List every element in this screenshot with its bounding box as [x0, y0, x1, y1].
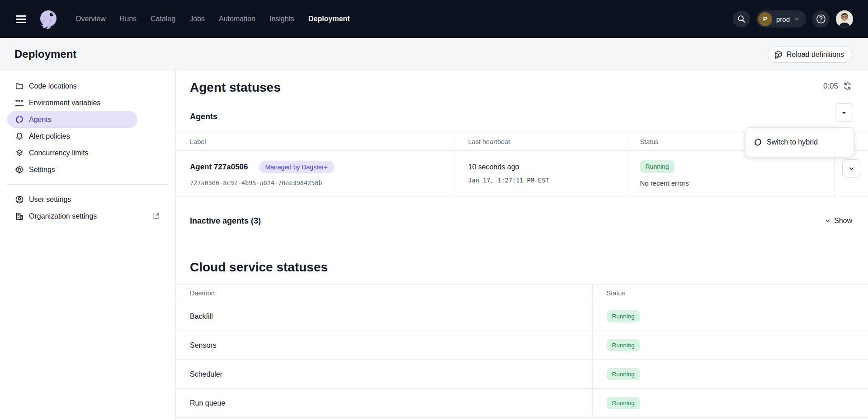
sidebar-item-label: User settings	[29, 196, 71, 204]
daemon-row: Run queue Running	[176, 389, 868, 418]
layers-icon	[15, 149, 24, 158]
daemon-status-badge: Running	[607, 397, 640, 409]
nav-item-deployment[interactable]: Deployment	[308, 15, 350, 23]
gear-icon	[15, 165, 24, 174]
menu-item-switch-to-hybrid[interactable]: Switch to hybrid	[767, 138, 818, 146]
managed-by-badge: Managed by Dagster+	[259, 161, 334, 173]
top-nav: Overview Runs Catalog Jobs Automation In…	[0, 0, 868, 38]
agent-id: 727a0506-8c97-4b95-a024-70ee3984258b	[190, 179, 454, 187]
sidebar-item-label: Organization settings	[29, 212, 97, 220]
chevron-down-icon	[848, 165, 855, 172]
refresh-countdown: 0:05	[823, 81, 852, 91]
agents-col-label: Label	[176, 133, 454, 151]
deployment-sidebar: Code locations *** Environment variables…	[0, 70, 176, 420]
building-icon	[15, 212, 24, 221]
agent-row-menu-button[interactable]	[842, 159, 860, 177]
sidebar-item-label: Concurrency limits	[29, 149, 89, 157]
agents-dropdown-menu: Switch to hybrid	[745, 128, 854, 157]
daemon-row: Sensors Running	[176, 331, 868, 360]
env-vars-icon: ***	[15, 98, 24, 107]
nav-item-jobs[interactable]: Jobs	[189, 15, 205, 23]
caret-down-icon	[841, 110, 847, 116]
heartbeat-relative: 10 seconds ago	[468, 163, 626, 171]
user-avatar[interactable]	[836, 10, 853, 28]
nav-item-runs[interactable]: Runs	[120, 15, 137, 23]
main-content: Agent statuses 0:05 Agents Label Last he…	[176, 70, 868, 420]
cloud-service-statuses-heading: Cloud service statuses	[190, 260, 328, 275]
daemon-status-badge: Running	[607, 339, 640, 351]
agent-status-note: No recent errors	[640, 179, 834, 187]
folder-icon	[15, 82, 24, 91]
reload-package-icon	[774, 50, 783, 59]
sidebar-item-label: Settings	[29, 166, 55, 174]
dagster-logo[interactable]	[38, 9, 58, 29]
search-button[interactable]	[733, 10, 750, 28]
sidebar-item-label: Environment variables	[29, 99, 100, 107]
agent-name: Agent 727a0506	[190, 163, 248, 172]
sidebar-item-code-locations[interactable]: Code locations	[7, 78, 168, 94]
nav-item-automation[interactable]: Automation	[219, 15, 255, 23]
daemon-name: Scheduler	[176, 360, 592, 389]
nav-item-catalog[interactable]: Catalog	[151, 15, 175, 23]
inactive-agents-show-toggle[interactable]: Show	[825, 217, 852, 225]
agents-col-last-heartbeat: Last heartbeat	[454, 133, 626, 151]
sidebar-divider	[7, 184, 168, 185]
primary-nav: Overview Runs Catalog Jobs Automation In…	[75, 15, 350, 23]
environment-avatar: P	[758, 12, 772, 26]
sidebar-item-alert-policies[interactable]: Alert policies	[7, 128, 168, 145]
inactive-agents-heading: Inactive agents (3)	[190, 216, 261, 226]
agents-actions-dropdown-button[interactable]	[835, 103, 853, 122]
refresh-icon[interactable]	[843, 81, 852, 91]
refresh-countdown-value: 0:05	[823, 82, 838, 91]
agent-row: Agent 727a0506 Managed by Dagster+ 727a0…	[176, 151, 868, 196]
sidebar-item-agents[interactable]: Agents	[7, 111, 137, 128]
agent-status-badge: Running	[640, 160, 675, 173]
show-label: Show	[834, 217, 852, 225]
reload-definitions-button[interactable]: Reload definitions	[768, 46, 852, 63]
search-icon	[737, 14, 746, 23]
help-icon	[816, 14, 826, 24]
chevron-down-icon	[794, 16, 800, 22]
bell-icon	[15, 132, 24, 141]
page-header: Deployment Reload definitions	[0, 38, 868, 70]
cloud-services-table: Daemon Status Backfill Running Sensors R…	[176, 284, 868, 418]
nav-item-overview[interactable]: Overview	[75, 15, 106, 23]
agent-icon	[754, 138, 762, 147]
daemon-row: Scheduler Running	[176, 360, 868, 389]
sidebar-item-user-settings[interactable]: User settings	[7, 191, 168, 208]
sidebar-item-concurrency-limits[interactable]: Concurrency limits	[7, 145, 168, 161]
daemon-name: Run queue	[176, 389, 592, 418]
daemon-name: Backfill	[176, 302, 592, 331]
daemon-col-status: Status	[592, 285, 868, 302]
sidebar-item-label: Code locations	[29, 82, 77, 90]
environment-name: prod	[776, 15, 790, 23]
sidebar-item-label: Agents	[29, 116, 52, 124]
sidebar-item-label: Alert policies	[29, 132, 70, 140]
nav-item-insights[interactable]: Insights	[269, 15, 294, 23]
sidebar-item-settings[interactable]: Settings	[7, 161, 168, 178]
daemon-status-badge: Running	[607, 368, 640, 380]
daemon-status-badge: Running	[607, 310, 640, 322]
page-title: Deployment	[14, 48, 76, 61]
agents-section-heading: Agents	[190, 112, 217, 121]
help-button[interactable]	[812, 10, 830, 28]
daemon-col-daemon: Daemon	[176, 285, 592, 302]
daemon-row: Backfill Running	[176, 302, 868, 331]
sidebar-item-environment-variables[interactable]: *** Environment variables	[7, 94, 168, 111]
hamburger-menu-icon[interactable]	[16, 15, 26, 23]
chevron-down-icon	[825, 218, 831, 224]
daemon-name: Sensors	[176, 331, 592, 360]
agent-icon	[15, 115, 24, 124]
sidebar-item-organization-settings[interactable]: Organization settings	[7, 208, 168, 224]
external-link-icon	[152, 212, 160, 220]
heartbeat-timestamp: Jan 17, 1:27:11 PM EST	[468, 177, 626, 184]
user-icon	[15, 195, 24, 204]
agent-statuses-heading: Agent statuses	[190, 80, 281, 95]
reload-definitions-label: Reload definitions	[787, 51, 844, 59]
environment-switcher[interactable]: P prod	[756, 10, 806, 28]
